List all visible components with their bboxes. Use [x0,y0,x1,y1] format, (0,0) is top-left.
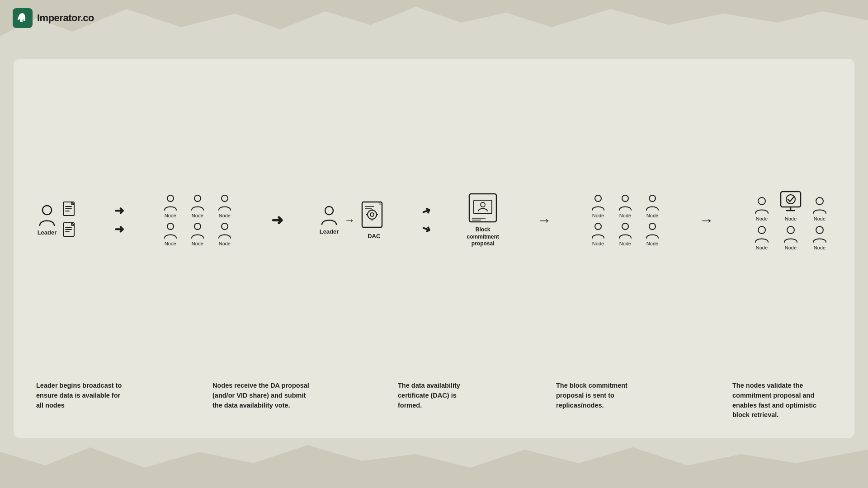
logo-box [13,8,33,28]
arrow-group-1: ➜ ➜ [114,204,124,236]
arrow-1b: ➜ [114,222,124,236]
svg-point-35 [816,197,823,205]
step2-nodes: Node Node Node [160,194,236,246]
final-node-5: Node [782,225,799,250]
nodes-grid-1: Node Node Node [160,194,236,246]
arrow-1a: ➜ [114,204,124,218]
arrow-split: ➜ ➜ [422,205,431,235]
svg-point-36 [758,226,765,234]
logo-icon [16,12,29,24]
dac-label: DAC [368,233,380,239]
node-3: Node [214,194,236,218]
svg-point-7 [194,223,201,230]
desc-4: The block commitment proposal is sent to… [556,381,646,420]
node-2: Node [187,194,208,218]
final-node-1: Node [753,196,770,221]
dac-icon [360,200,387,231]
final-node-3: Node [811,196,828,221]
step5-nodes: Node Node Node [587,194,663,246]
arrow-5: → [537,213,552,227]
replica-node-2: Node [614,194,636,218]
replica-node-4: Node [587,222,609,246]
nodes-grid-2: Node Node Node [587,194,663,246]
svg-point-0 [42,206,52,215]
node-6: Node [214,222,236,246]
svg-point-6 [167,223,174,230]
svg-point-29 [649,223,656,230]
monitor-check-icon [779,190,802,215]
svg-point-26 [649,195,656,202]
node-5: Node [187,222,208,246]
final-node-2: Node [779,190,802,221]
replica-node-3: Node [642,194,663,218]
leader2-icon [320,205,339,226]
final-node-4: Node [753,225,770,250]
step6-final: Node Node [750,190,832,250]
svg-point-30 [758,197,765,205]
diagram-row: Leader [36,77,832,363]
svg-point-4 [194,195,201,202]
header: Imperator.co [13,8,94,28]
svg-point-12 [370,213,374,216]
svg-rect-10 [362,202,382,227]
arrow-2: ➜ [271,213,283,227]
replica-node-5: Node [614,222,636,246]
svg-point-24 [595,195,601,202]
brand-name: Imperator.co [37,12,94,24]
svg-point-3 [167,195,174,202]
svg-point-9 [325,206,333,215]
svg-point-5 [222,195,228,202]
arrow-6: → [699,213,713,227]
svg-point-27 [595,223,601,230]
step4-block: Block commitment proposal [465,192,501,248]
arrow-4a: ➜ [420,203,433,218]
arrow-4b: ➜ [420,221,433,236]
step1-leader: Leader [36,201,80,239]
svg-point-38 [816,226,823,234]
desc-5: The nodes validate the commitment propos… [732,381,832,420]
node-4: Node [160,222,181,246]
leader-docs [62,201,78,239]
description-row: Leader begins broadcast to ensure data i… [36,376,832,420]
main-card: Leader [14,59,854,438]
desc-3: The data availability certificate (DAC) … [398,381,470,420]
svg-point-37 [787,226,794,234]
svg-point-28 [622,223,628,230]
leader-label: Leader [38,229,57,236]
doc2-icon [62,222,78,239]
leader-person-icon [36,204,58,227]
svg-point-8 [222,223,228,230]
replica-node-6: Node [642,222,663,246]
svg-point-11 [368,210,377,219]
block-proposal-icon [467,192,498,225]
leader2-label: Leader [320,228,339,235]
step3-dac: Leader → [320,200,388,239]
final-node-6: Node [811,225,828,250]
node-1: Node [160,194,181,218]
svg-point-25 [622,195,628,202]
block-proposal-label: Block commitment proposal [465,226,501,248]
final-nodes-grid: Node Node [750,190,832,250]
arrow-3: → [344,214,355,226]
svg-point-21 [481,202,485,207]
replica-node-1: Node [587,194,609,218]
doc1-icon [62,201,78,218]
desc-1: Leader begins broadcast to ensure data i… [36,381,127,420]
desc-2: Nodes receive the DA proposal (and/or VI… [212,381,312,420]
svg-rect-31 [781,192,801,207]
